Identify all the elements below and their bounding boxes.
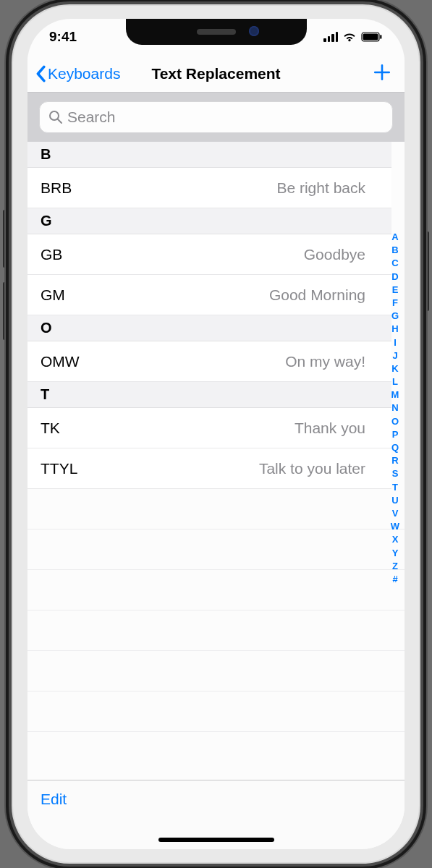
alpha-index-letter[interactable]: E [390,284,400,295]
alpha-index-letter[interactable]: K [390,363,400,374]
sections-container: BBRBBe right backGGBGoodbyeGMGood Mornin… [27,142,405,489]
alpha-index-letter[interactable]: M [390,389,400,400]
back-button[interactable]: Keyboards [27,65,120,82]
wifi-icon [342,32,357,42]
alpha-index-letter[interactable]: X [390,534,400,545]
alpha-index-letter[interactable]: L [390,376,400,387]
search-icon [48,110,63,124]
shortcut-label: GM [41,286,65,304]
shortcut-label: TK [41,420,60,437]
phrase-label: Thank you [295,420,373,437]
back-label: Keyboards [48,65,120,82]
empty-row [27,651,405,692]
alpha-index-letter[interactable]: G [390,310,400,321]
alpha-index-letter[interactable]: R [390,455,400,466]
alpha-index-letter[interactable]: I [390,337,400,348]
cellular-signal-icon [323,32,338,42]
screen: 9:41 Keyboards Text Replacement [27,19,405,849]
phrase-label: Good Morning [269,286,373,304]
section-header: B [27,142,391,168]
list-item[interactable]: GMGood Morning [27,275,391,315]
section-header: T [27,382,391,408]
svg-rect-1 [363,34,378,41]
alpha-index-letter[interactable]: # [390,574,400,584]
section-header: O [27,315,391,341]
search-placeholder: Search [67,109,116,126]
search-input[interactable]: Search [39,101,393,133]
list-item[interactable]: TTYLTalk to you later [27,448,391,489]
alpha-index-letter[interactable]: T [390,482,400,493]
chevron-left-icon [35,65,46,82]
alpha-index-letter[interactable]: O [390,416,400,427]
shortcut-label: BRB [41,179,72,197]
silence-switch[interactable] [4,152,9,181]
edit-button[interactable]: Edit [41,791,67,808]
toolbar: Edit [27,780,405,849]
alpha-index-letter[interactable]: Y [390,548,400,558]
shortcut-label: TTYL [41,460,77,477]
alpha-index[interactable]: ABCDEFGHIJKLMNOPQRSTUVWXYZ# [389,229,402,587]
list-item[interactable]: BRBBe right back [27,168,391,208]
alpha-index-letter[interactable]: W [390,521,400,532]
phrase-label: Talk to you later [259,460,373,477]
home-indicator[interactable] [158,838,274,842]
alpha-index-letter[interactable]: Z [390,561,400,571]
empty-row [27,692,405,732]
battery-icon [361,32,383,42]
plus-icon [373,63,391,82]
alpha-index-letter[interactable]: C [390,258,400,268]
alpha-index-letter[interactable]: H [390,323,400,334]
section-header: G [27,208,391,234]
alpha-index-letter[interactable]: S [390,468,400,479]
front-camera [249,26,259,36]
volume-up-button[interactable] [3,210,9,268]
empty-row [27,610,405,651]
shortcut-label: OMW [41,353,80,370]
alpha-index-letter[interactable]: U [390,495,400,506]
nav-bar: Keyboards Text Replacement [27,55,405,93]
svg-point-3 [50,111,59,120]
phrase-label: On my way! [285,353,373,370]
speaker [197,29,236,35]
alpha-index-letter[interactable]: D [390,271,400,282]
list-item[interactable]: OMWOn my way! [27,341,391,382]
search-area: Search [27,93,405,142]
power-button[interactable] [423,231,429,311]
shortcut-label: GB [41,246,62,263]
alpha-index-letter[interactable]: Q [390,442,400,453]
alpha-index-letter[interactable]: F [390,297,400,308]
status-time: 9:41 [49,29,77,45]
alpha-index-letter[interactable]: V [390,508,400,519]
empty-rows [27,489,405,732]
phrase-label: Be right back [276,179,373,197]
svg-line-4 [58,119,62,123]
list-item[interactable]: TKThank you [27,408,391,448]
empty-row [27,489,405,529]
phone-frame: 9:41 Keyboards Text Replacement [13,6,419,862]
alpha-index-letter[interactable]: J [390,350,400,361]
alpha-index-letter[interactable]: A [390,231,400,242]
add-button[interactable] [373,63,391,85]
list-item[interactable]: GBGoodbye [27,234,391,275]
list-scroll[interactable]: BBRBBe right backGGBGoodbyeGMGood Mornin… [27,142,405,780]
volume-down-button[interactable] [3,282,9,340]
empty-row [27,529,405,570]
alpha-index-letter[interactable]: P [390,429,400,440]
alpha-index-letter[interactable]: B [390,244,400,255]
svg-rect-2 [380,35,381,39]
empty-row [27,570,405,610]
alpha-index-letter[interactable]: N [390,402,400,413]
phrase-label: Goodbye [304,246,373,263]
notch [126,19,307,45]
